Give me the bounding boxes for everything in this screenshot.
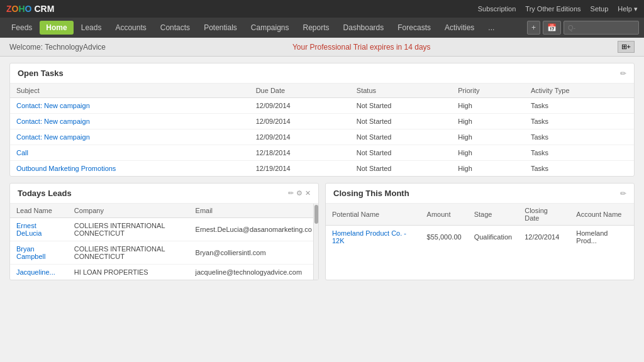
nav-contacts[interactable]: Contacts xyxy=(154,21,196,35)
welcome-bar: Welcome: TechnologyAdvice Your Professio… xyxy=(0,38,644,57)
list-item: Bryan Campbell COLLIERS INTERNATIONAL CO… xyxy=(10,241,318,265)
table-row: Outbound Marketing Promotions 12/19/2014… xyxy=(10,161,634,177)
table-row: Contact: New campaign 12/09/2014 Not Sta… xyxy=(10,98,634,114)
lead-company: COLLIERS INTERNATIONAL CONNECTICUT xyxy=(68,241,189,265)
task-status: Not Started xyxy=(350,129,452,145)
lead-company: COLLIERS INTERNATIONAL CONNECTICUT xyxy=(68,218,189,241)
edit-icon[interactable]: ✏ xyxy=(620,69,626,78)
open-tasks-table: Subject Due Date Status Priority Activit… xyxy=(10,84,634,176)
nav-leads[interactable]: Leads xyxy=(75,21,108,35)
task-subject: Contact: New campaign xyxy=(10,114,250,129)
trial-message: Your Professional Trial expires in 14 da… xyxy=(292,43,431,52)
grid-button[interactable]: ⊞+ xyxy=(618,41,635,53)
nav-more[interactable]: ... xyxy=(482,21,501,35)
potential-amount: $55,000.00 xyxy=(421,226,468,249)
close-icon[interactable]: ✕ xyxy=(305,189,311,197)
potential-account: Homeland Prod... xyxy=(570,226,634,249)
subscription-link[interactable]: Subscription xyxy=(478,5,516,13)
nav-potentials[interactable]: Potentials xyxy=(197,21,243,35)
lead-name: Bryan Campbell xyxy=(10,241,68,265)
calendar-button[interactable]: 📅 xyxy=(543,21,561,35)
top-bar-links: Subscription Try Other Editions Setup He… xyxy=(478,5,638,13)
col-status: Status xyxy=(350,84,452,98)
task-status: Not Started xyxy=(350,145,452,161)
col-due-date: Due Date xyxy=(250,84,350,98)
col-activity-type: Activity Type xyxy=(525,84,634,98)
task-activity-type: Tasks xyxy=(525,161,634,177)
task-status: Not Started xyxy=(350,98,452,114)
open-tasks-title: Open Tasks xyxy=(18,69,64,78)
search-input[interactable] xyxy=(564,21,639,35)
col-email: Email xyxy=(189,204,318,218)
nav-reports[interactable]: Reports xyxy=(297,21,336,35)
task-due-date: 12/09/2014 xyxy=(250,114,350,129)
nav-feeds[interactable]: Feeds xyxy=(5,21,38,35)
lead-name: Ernest DeLucia xyxy=(10,218,68,241)
table-row: Call 12/18/2014 Not Started High Tasks xyxy=(10,145,634,161)
open-tasks-header-row: Subject Due Date Status Priority Activit… xyxy=(10,84,634,98)
todays-leads-header: Todays Leads ✏ ⚙ ✕ xyxy=(10,184,318,204)
leads-header-row: Lead Name Company Email xyxy=(10,204,318,218)
list-item: Ernest DeLucia COLLIERS INTERNATIONAL CO… xyxy=(10,218,318,241)
table-row: Contact: New campaign 12/09/2014 Not Sta… xyxy=(10,129,634,145)
task-subject: Contact: New campaign xyxy=(10,129,250,145)
lead-company: HI LOAN PROPERTIES xyxy=(68,265,189,280)
lead-name: Jacqueline... xyxy=(10,265,68,280)
col-amount: Amount xyxy=(421,204,468,226)
task-subject: Contact: New campaign xyxy=(10,98,250,114)
closing-edit-icon[interactable]: ✏ xyxy=(620,189,626,198)
setup-link[interactable]: Setup xyxy=(591,5,609,13)
col-potential-name: Potential Name xyxy=(326,204,421,226)
col-lead-name: Lead Name xyxy=(10,204,68,218)
col-closing-date: Closing Date xyxy=(518,204,570,226)
help-link[interactable]: Help ▾ xyxy=(618,5,638,13)
lead-email: Bryan@colliersintl.com xyxy=(189,241,318,265)
nav-campaigns[interactable]: Campaigns xyxy=(245,21,296,35)
potential-closing-date: 12/20/2014 xyxy=(518,226,570,249)
col-priority: Priority xyxy=(452,84,525,98)
add-button[interactable]: + xyxy=(527,21,540,35)
table-row: Contact: New campaign 12/09/2014 Not Sta… xyxy=(10,114,634,129)
task-activity-type: Tasks xyxy=(525,98,634,114)
settings-icon[interactable]: ⚙ xyxy=(296,189,303,197)
task-priority: High xyxy=(452,98,525,114)
lead-email: Ernest.DeLucia@dasanomarketing.co xyxy=(189,218,318,241)
pencil-icon[interactable]: ✏ xyxy=(288,189,294,197)
lead-email: jacqueline@technologyadvice.com xyxy=(189,265,318,280)
task-subject: Call xyxy=(10,145,250,161)
task-activity-type: Tasks xyxy=(525,114,634,129)
nav-accounts[interactable]: Accounts xyxy=(109,21,152,35)
scrollbar-track[interactable] xyxy=(313,204,318,280)
todays-leads-table: Lead Name Company Email Ernest DeLucia C… xyxy=(10,204,318,280)
potential-stage: Qualification xyxy=(468,226,519,249)
logo-zoho: ZOHO xyxy=(6,4,31,14)
task-status: Not Started xyxy=(350,114,452,129)
bottom-row: Todays Leads ✏ ⚙ ✕ Lead Name Company Ema… xyxy=(9,183,635,280)
col-stage: Stage xyxy=(468,204,519,226)
closing-month-widget: Closing This Month ✏ Potential Name Amou… xyxy=(325,183,635,280)
open-tasks-header: Open Tasks ✏ xyxy=(10,63,634,84)
closing-month-title: Closing This Month xyxy=(333,189,409,198)
scrollbar-thumb[interactable] xyxy=(314,205,318,224)
nav-home[interactable]: Home xyxy=(40,21,73,35)
task-due-date: 12/09/2014 xyxy=(250,129,350,145)
nav-activities[interactable]: Activities xyxy=(438,21,480,35)
task-priority: High xyxy=(452,129,525,145)
nav-bar: Feeds Home Leads Accounts Contacts Poten… xyxy=(0,18,644,38)
task-priority: High xyxy=(452,161,525,177)
try-other-editions-link[interactable]: Try Other Editions xyxy=(525,5,580,13)
nav-dashboards[interactable]: Dashboards xyxy=(337,21,391,35)
logo-crm: CRM xyxy=(34,4,54,14)
nav-items: Feeds Home Leads Accounts Contacts Poten… xyxy=(5,21,501,35)
task-due-date: 12/19/2014 xyxy=(250,161,350,177)
task-activity-type: Tasks xyxy=(525,129,634,145)
task-subject: Outbound Marketing Promotions xyxy=(10,161,250,177)
col-account-name: Account Name xyxy=(570,204,634,226)
col-subject: Subject xyxy=(10,84,250,98)
top-bar: ZOHO CRM Subscription Try Other Editions… xyxy=(0,0,644,18)
task-priority: High xyxy=(452,145,525,161)
todays-leads-widget: Todays Leads ✏ ⚙ ✕ Lead Name Company Ema… xyxy=(9,183,319,280)
potential-name: Homeland Product Co. - 12K xyxy=(326,226,421,249)
nav-forecasts[interactable]: Forecasts xyxy=(391,21,437,35)
closing-header-row: Potential Name Amount Stage Closing Date… xyxy=(326,204,634,226)
